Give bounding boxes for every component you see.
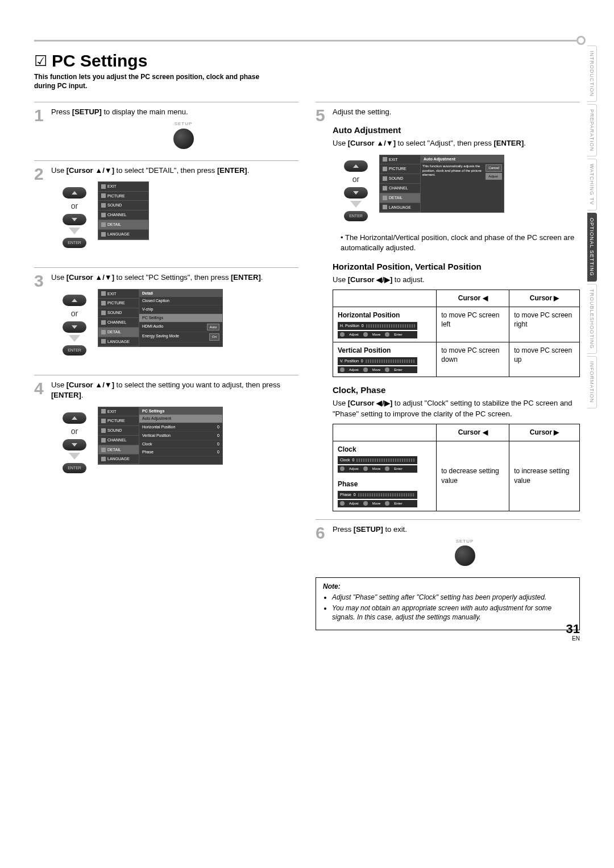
step-number: 3 <box>34 272 47 367</box>
cursor-up-icon <box>344 160 368 172</box>
step-4: 4 Use [Cursor ▲/▼] to select the setting… <box>34 375 298 485</box>
slider-legend: AdjustMoveEnter <box>338 331 417 338</box>
tab-introduction: INTRODUCTION <box>587 46 597 102</box>
step-text: Adjust the setting. <box>333 108 391 116</box>
tab-optional-setting: OPTIONAL SETTING <box>587 213 597 282</box>
clock-slider: Clock0 <box>338 456 417 464</box>
position-instr: Use [Cursor ◀/▶] to adjust. <box>333 275 580 285</box>
setup-key: [SETUP] <box>72 108 102 116</box>
cursor-left-header: Cursor ◀ <box>437 290 509 307</box>
setup-label: SETUP <box>456 538 474 544</box>
header-circle-icon <box>576 36 586 45</box>
arrow-down-icon <box>69 228 80 234</box>
clock-phase-table: Cursor ◀ Cursor ▶ Clock Clock0 AdjustMov… <box>333 424 580 511</box>
cursor-down-icon <box>344 187 368 199</box>
enter-key: [ENTER] <box>217 166 247 175</box>
note-box: Note: Adjust "Phase" setting after "Cloc… <box>316 577 580 630</box>
step-2: 2 Use [Cursor ▲/▼] to select "DETAIL", t… <box>34 160 298 260</box>
step-number: 1 <box>34 107 47 152</box>
page-number: 31 EN <box>566 622 580 642</box>
osd-cancel: Cancel <box>486 164 502 171</box>
h-position-slider: H. Position0 <box>338 322 417 330</box>
auto-adjustment-instr: Use [Cursor ▲/▼] to select "Adjust", the… <box>333 138 580 148</box>
section-tabs: INTRODUCTION PREPARATION WATCHING TV OPT… <box>587 46 597 408</box>
enter-button-icon: ENTER <box>63 238 86 248</box>
osd-channel: CHANNEL <box>98 210 148 220</box>
cursor-down-icon <box>63 321 86 333</box>
cursor-up-icon <box>63 412 86 424</box>
osd-row: Closed Caption <box>139 297 222 305</box>
osd-exit: EXIT <box>98 182 148 192</box>
osd-auto-adjustment: EXIT PICTURE SOUND CHANNEL DETAIL LANGUA… <box>379 155 504 213</box>
step-5: 5 Adjust the setting. Auto Adjustment Us… <box>316 102 580 511</box>
cursor-key: [Cursor ▲/▼] <box>67 166 114 175</box>
clock-phase-instr: Use [Cursor ◀/▶] to adjust "Clock" setti… <box>333 398 580 419</box>
osd-language: LANGUAGE <box>98 230 148 239</box>
header-rule <box>34 40 580 42</box>
tab-troubleshooting: TROUBLESHOOTING <box>587 284 597 354</box>
osd-detail: DETAIL <box>98 220 148 230</box>
osd-main-menu: EXIT PICTURE SOUND CHANNEL DETAIL LANGUA… <box>98 181 149 240</box>
step-text: Press <box>51 108 72 116</box>
setup-label: SETUP <box>175 121 193 127</box>
note-item: Adjust "Phase" setting after "Clock" set… <box>332 593 572 602</box>
v-position-slider: V. Position0 <box>338 357 417 365</box>
step-1: 1 Press [SETUP] to display the main menu… <box>34 102 298 152</box>
arrow-down-icon <box>69 335 80 342</box>
auto-adjust-bullet: The Horizontal/Vertical position, clock … <box>341 233 580 253</box>
setup-button-icon <box>455 545 475 566</box>
tab-watching-tv: WATCHING TV <box>587 159 597 210</box>
enter-button-icon: ENTER <box>63 345 86 356</box>
tab-information: INFORMATION <box>587 356 597 408</box>
phase-slider: Phase0 <box>338 491 417 499</box>
step-6: 6 Press [SETUP] to exit. SETUP <box>316 519 580 569</box>
position-heading: Horizontal Position, Vertical Position <box>333 261 580 272</box>
arrow-down-icon <box>350 201 362 208</box>
cursor-up-icon <box>63 295 86 306</box>
enter-button-icon: ENTER <box>344 211 368 221</box>
enter-button-icon: ENTER <box>63 463 86 473</box>
checkbox-icon: ☑ <box>34 53 47 68</box>
step-number: 4 <box>34 380 47 485</box>
intro-text: This function lets you adjust the PC scr… <box>34 73 279 90</box>
cursor-down-icon <box>63 439 86 450</box>
cursor-up-icon <box>63 187 86 199</box>
osd-pc-settings-menu: EXIT PICTURE SOUND CHANNEL DETAIL LANGUA… <box>98 407 223 465</box>
step-number: 2 <box>34 166 47 260</box>
note-title: Note: <box>323 582 572 590</box>
position-table: Cursor ◀ Cursor ▶ Horizontal Position H.… <box>333 290 580 378</box>
auto-adjustment-heading: Auto Adjustment <box>333 124 580 136</box>
osd-adjust: Adjust <box>486 173 502 180</box>
or-label: or <box>71 201 78 212</box>
cursor-right-header: Cursor ▶ <box>509 290 580 307</box>
osd-sound: SOUND <box>98 201 148 210</box>
step-3: 3 Use [Cursor ▲/▼] to select "PC Setting… <box>34 267 298 367</box>
tab-preparation: PREPARATION <box>587 104 597 156</box>
clock-phase-heading: Clock, Phase <box>333 384 580 396</box>
osd-picture: PICTURE <box>98 192 148 201</box>
step-number: 5 <box>316 107 328 511</box>
arrow-down-icon <box>69 453 80 460</box>
cursor-down-icon <box>63 214 86 225</box>
step-number: 6 <box>316 524 328 569</box>
osd-detail-menu: EXIT PICTURE SOUND CHANNEL DETAIL LANGUA… <box>98 289 223 348</box>
setup-button-icon <box>173 129 194 149</box>
note-item: You may not obtain an appropriate screen… <box>332 604 572 622</box>
page-title: PC Settings <box>52 51 147 71</box>
